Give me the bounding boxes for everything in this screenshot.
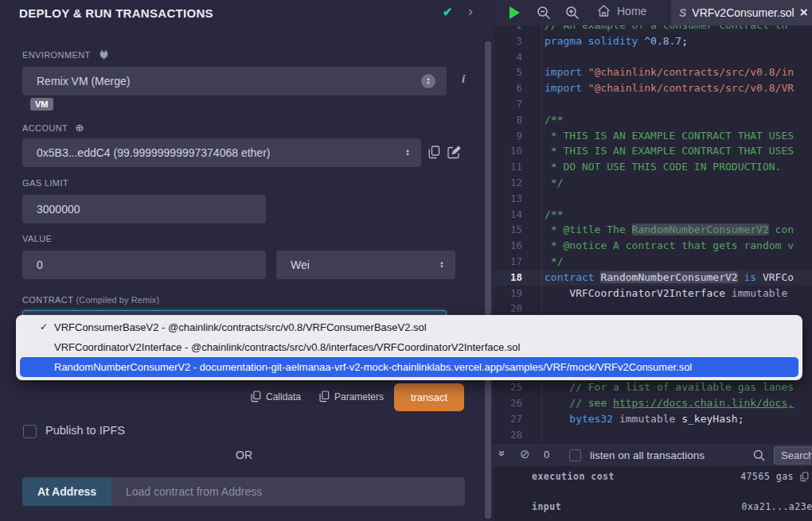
code-line-19[interactable]: 19 VRFCoordinatorV2Interface immutable (494, 286, 812, 301)
contract-label: CONTRACT (Compiled by Remix) (22, 295, 159, 305)
line-number: 5 (494, 64, 541, 80)
terminal-search-input[interactable] (774, 446, 812, 465)
zoom-in-icon[interactable] (565, 6, 580, 20)
terminal-value: 47565 gas (740, 471, 794, 482)
line-number: 12 (494, 175, 541, 191)
line-number: 17 (494, 254, 541, 270)
option-label: VRFConsumerBaseV2 - @chainlink/contracts… (54, 321, 427, 333)
option-label: VRFCoordinatorV2Interface - @chainlink/c… (54, 341, 520, 353)
home-icon (597, 5, 611, 17)
parameters-action[interactable]: Parameters (319, 391, 384, 402)
code-line-27[interactable]: 27 bytes32 immutable s_keyHash; (494, 411, 812, 427)
terminal-toolbar: » ⊘ 0 listen on all transactions (494, 443, 812, 466)
line-number: 3 (494, 33, 541, 49)
edit-account-icon[interactable] (447, 146, 461, 159)
environment-select-carets-icon: ▲▼ (421, 74, 435, 88)
zoom-out-icon[interactable] (537, 6, 551, 20)
add-account-icon[interactable]: ⊕ (75, 122, 84, 134)
line-number: 26 (494, 395, 541, 411)
vm-badge: VM (30, 98, 53, 111)
copy-parameters-icon (319, 391, 330, 402)
code-line-12[interactable]: 12 */ (494, 175, 812, 191)
code-line-8[interactable]: 8/** (494, 112, 812, 128)
line-number: 10 (494, 143, 541, 159)
line-number: 14 (494, 207, 541, 223)
contract-dropdown-popup: ✓VRFConsumerBaseV2 - @chainlink/contract… (16, 315, 802, 380)
terminal-key: input (532, 501, 561, 512)
environment-info-icon[interactable]: i (458, 72, 469, 86)
code-text (541, 49, 812, 65)
at-address-input[interactable] (111, 477, 465, 506)
contract-option-1[interactable]: VRFCoordinatorV2Interface - @chainlink/c… (16, 337, 802, 357)
expand-terminal-icon[interactable]: » (496, 450, 509, 455)
contract-option-2[interactable]: RandomNumberConsumerV2 - documentation-g… (20, 357, 798, 377)
environment-select[interactable]: Remix VM (Merge) ▲▼ (22, 67, 447, 95)
code-line-11[interactable]: 11 * DO NOT USE THIS CODE IN PRODUCTION. (494, 159, 812, 175)
code-line-25[interactable]: 25 // For a list of available gas lanes (494, 379, 812, 395)
terminal-value: 0xa21...a23e4 (741, 501, 812, 512)
at-address-button[interactable]: At Address (22, 477, 111, 506)
value-input[interactable] (22, 251, 266, 279)
listen-all-transactions-checkbox[interactable] (569, 449, 581, 461)
calldata-label: Calldata (266, 391, 301, 402)
code-line-26[interactable]: 26 // see https://docs.chain.link/docs, (494, 395, 812, 411)
value-label: VALUE (22, 234, 52, 243)
environment-label: ENVIRONMENT (22, 49, 109, 60)
code-line-5[interactable]: 5import "@chainlink/contracts/src/v0.8/i… (494, 64, 812, 80)
code-text: // see https://docs.chain.link/docs, (541, 395, 812, 411)
publish-to-ipfs-checkbox[interactable] (23, 425, 37, 438)
code-line-28[interactable]: 28 (494, 427, 812, 443)
code-line-16[interactable]: 16 * @notice A contract that gets random… (494, 238, 812, 254)
active-tab-label: VRFv2Consumer.sol (692, 6, 794, 19)
code-line-13[interactable]: 13 (494, 191, 812, 207)
value-unit-carets-icon: ▲▼ (439, 261, 444, 269)
copy-account-icon[interactable] (428, 146, 440, 159)
calldata-action[interactable]: Calldata (251, 391, 301, 402)
tab-home[interactable]: Home (597, 5, 646, 17)
terminal-row-input: input0xa21...a23e4 (494, 501, 812, 514)
code-line-14[interactable]: 14/** (494, 207, 812, 223)
account-select-carets-icon: ▲▼ (405, 149, 410, 157)
tab-vrfv2consumer[interactable]: S VRFv2Consumer.sol × (671, 0, 812, 25)
code-text: /** (541, 112, 812, 128)
account-select[interactable]: 0x5B3...eddC4 (99.99999999997374068 ethe… (22, 138, 421, 167)
account-label: ACCOUNT ⊕ (22, 122, 84, 134)
line-number: 16 (494, 238, 541, 254)
code-text: // For a list of available gas lanes (541, 379, 812, 395)
terminal-row-execution-cost: execution cost47565 gas (494, 471, 812, 484)
code-line-6[interactable]: 6import "@chainlink/contracts/src/v0.8/V… (494, 80, 812, 96)
code-line-4[interactable]: 4 (494, 49, 812, 65)
code-line-18[interactable]: 18contract RandomNumberConsumerV2 is VRF… (494, 270, 812, 286)
code-text: pragma solidity ^0.8.7; (541, 33, 812, 49)
code-text: */ (541, 254, 812, 270)
run-script-play-icon[interactable] (509, 6, 520, 19)
transaction-count-badge: 0 (544, 449, 549, 461)
line-number: 18 (494, 270, 541, 286)
code-line-15[interactable]: 15 * @title The RandomNumberConsumerV2 c… (494, 222, 812, 238)
copy-value-icon[interactable] (800, 472, 809, 482)
panel-header: DEPLOY & RUN TRANSACTIONS ✔ › (0, 0, 494, 25)
close-tab-icon[interactable]: × (800, 6, 808, 19)
collapse-panel-chevron-icon[interactable]: › (468, 3, 473, 20)
terminal-content[interactable]: execution cost47565 gasinput0xa21...a23e… (494, 466, 812, 521)
code-text: bytes32 immutable s_keyHash; (541, 411, 812, 427)
code-text (541, 191, 812, 207)
code-line-10[interactable]: 10 * THIS IS AN EXAMPLE CONTRACT THAT US… (494, 143, 812, 159)
code-line-7[interactable]: 7 (494, 96, 812, 112)
contract-option-0[interactable]: ✓VRFConsumerBaseV2 - @chainlink/contract… (16, 317, 802, 337)
code-line-9[interactable]: 9 * THIS IS AN EXAMPLE CONTRACT THAT USE… (494, 128, 812, 144)
terminal-key: execution cost (532, 471, 615, 482)
terminal: » ⊘ 0 listen on all transactions executi… (494, 443, 812, 521)
listen-all-transactions-label: listen on all transactions (590, 449, 705, 461)
gas-limit-input[interactable] (22, 195, 266, 224)
code-text: * @title The RandomNumberConsumerV2 con (541, 222, 812, 238)
code-line-3[interactable]: 3pragma solidity ^0.8.7; (494, 33, 812, 49)
clear-console-icon[interactable]: ⊘ (520, 447, 530, 461)
panel-scrollbar[interactable] (485, 41, 491, 519)
remix-ide-screen: DEPLOY & RUN TRANSACTIONS ✔ › ENVIRONMEN… (0, 0, 812, 521)
transact-button[interactable]: transact (394, 383, 464, 411)
code-line-17[interactable]: 17 */ (494, 254, 812, 270)
parameters-label: Parameters (334, 391, 384, 402)
line-number: 19 (494, 286, 541, 301)
value-unit-select[interactable]: Wei ▲▼ (276, 251, 455, 279)
